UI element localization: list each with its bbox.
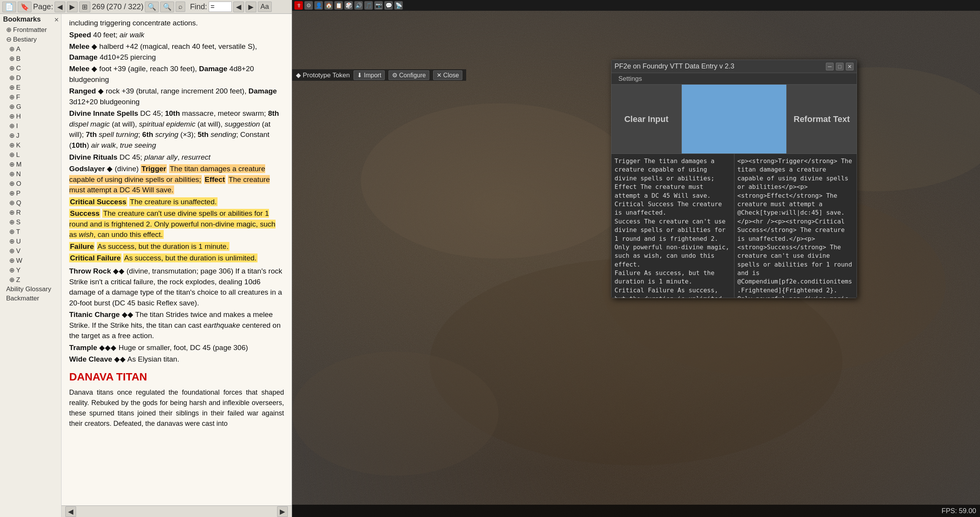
- next-page-btn[interactable]: ▶: [67, 2, 78, 12]
- window-controls: ─ □ ✕: [826, 63, 854, 70]
- sidebar-item-s[interactable]: ⊕S: [0, 217, 61, 227]
- left-text-panel[interactable]: Trigger The titan damages a creature cap…: [611, 154, 734, 298]
- expand-icon-m: ⊕: [9, 160, 15, 168]
- sidebar-item-ability-glossary[interactable]: Ability Glossary: [0, 285, 61, 294]
- zoom-out-btn[interactable]: 🔍: [160, 2, 174, 12]
- game-icon-3[interactable]: 👤: [314, 1, 323, 10]
- find-input[interactable]: [209, 2, 232, 12]
- melee1-line: Melee ◆ halberd +42 (magical, reach 40 f…: [69, 41, 284, 62]
- configure-btn[interactable]: ⚙ Configure: [389, 70, 429, 80]
- sidebar-item-frontmatter[interactable]: ⊕ Frontmatter: [0, 25, 61, 35]
- sidebar-item-m[interactable]: ⊕M: [0, 160, 61, 169]
- intro-line: including triggering concentrate actions…: [69, 18, 284, 28]
- sidebar-item-v[interactable]: ⊕V: [0, 246, 61, 256]
- case-btn[interactable]: Aa: [258, 2, 272, 12]
- search-btn[interactable]: ⌕: [176, 2, 185, 12]
- divine-innate-line: Divine Innate Spells DC 45; 10th massacr…: [69, 108, 284, 150]
- sidebar-item-i[interactable]: ⊕I: [0, 121, 61, 131]
- expand-icon-n: ⊕: [9, 170, 15, 178]
- sidebar-item-h[interactable]: ⊕H: [0, 112, 61, 121]
- expand-icon-d: ⊕: [9, 74, 15, 82]
- sidebar-item-g[interactable]: ⊕G: [0, 102, 61, 112]
- game-icon-11[interactable]: 📡: [394, 1, 403, 10]
- proto-close-btn[interactable]: ✕ Close: [433, 70, 462, 80]
- danava-text: Danava titans once regulated the foundat…: [69, 387, 284, 429]
- window-menu: Settings: [611, 73, 857, 85]
- find-next-btn[interactable]: ▶: [246, 2, 256, 12]
- bookmark-btn[interactable]: 🔖: [18, 2, 32, 12]
- fit-btn[interactable]: ⊞: [79, 2, 90, 12]
- page-current: 269: [92, 2, 105, 11]
- reformat-text-btn[interactable]: Reformat Text: [787, 85, 857, 153]
- page-right-btn[interactable]: ▶: [277, 506, 288, 517]
- sidebar-item-u[interactable]: ⊕U: [0, 237, 61, 246]
- close-btn[interactable]: ✕: [846, 63, 854, 70]
- sidebar-item-j[interactable]: ⊕J: [0, 131, 61, 140]
- prev-page-btn[interactable]: ◀: [55, 2, 65, 12]
- page-icon-btn[interactable]: 📄: [2, 2, 16, 12]
- expand-icon-p: ⊕: [9, 189, 15, 197]
- expand-icon-l: ⊕: [9, 151, 15, 159]
- sidebar-close-btn[interactable]: ×: [54, 15, 59, 24]
- game-icon-9[interactable]: 📷: [374, 1, 383, 10]
- expand-icon-o: ⊕: [9, 180, 15, 188]
- game-icon-8[interactable]: 🎵: [364, 1, 373, 10]
- melee2-line: Melee ◆ foot +39 (agile, reach 30 feet),…: [69, 63, 284, 85]
- svg-point-4: [292, 352, 498, 476]
- sidebar-item-q[interactable]: ⊕Q: [0, 198, 61, 208]
- sidebar-item-c[interactable]: ⊕C: [0, 63, 61, 73]
- sidebar-item-backmatter[interactable]: Backmatter: [0, 294, 61, 303]
- right-text-panel[interactable]: <p><strong>Trigger</strong> The titan da…: [734, 154, 857, 298]
- sidebar-item-bestiary[interactable]: ⊖ Bestiary: [0, 35, 61, 44]
- sidebar-item-f[interactable]: ⊕F: [0, 92, 61, 102]
- sidebar-item-r[interactable]: ⊕R: [0, 208, 61, 217]
- game-icon-1[interactable]: 🗡: [294, 1, 303, 10]
- game-icon-2[interactable]: ⚙: [304, 1, 313, 10]
- expand-icon-g: ⊕: [9, 103, 15, 111]
- clear-input-btn[interactable]: Clear Input: [611, 85, 682, 153]
- button-area: Clear Input Reformat Text: [611, 85, 857, 154]
- import-btn[interactable]: ⬇ Import: [354, 70, 385, 80]
- game-icon-5[interactable]: 📋: [334, 1, 343, 10]
- expand-icon-k: ⊕: [9, 141, 15, 149]
- page-label: Page:: [33, 2, 53, 11]
- expand-icon: ⊕: [6, 26, 12, 34]
- game-icon-7[interactable]: 🔊: [354, 1, 363, 10]
- textarea-area: Trigger The titan damages a creature cap…: [611, 154, 857, 298]
- sidebar-item-y[interactable]: ⊕Y: [0, 265, 61, 275]
- expand-icon-y: ⊕: [9, 266, 15, 274]
- critical-success-line: Critical Success The creature is unaffec…: [69, 197, 284, 207]
- game-icon-10[interactable]: 💬: [384, 1, 393, 10]
- game-icon-6[interactable]: 🎲: [344, 1, 353, 10]
- sidebar-item-l[interactable]: ⊕L: [0, 150, 61, 160]
- game-bottom-bar: FPS: 59.00: [292, 505, 980, 517]
- success-line: Success The creature can't use divine sp…: [69, 208, 284, 240]
- godslayer-line: Godslayer ◆ (divine) Trigger The titan d…: [69, 163, 284, 195]
- data-entry-window: PF2e on Foundry VTT Data Entry v 2.3 ─ □…: [611, 60, 857, 298]
- zoom-in-btn[interactable]: 🔍: [145, 2, 159, 12]
- minimize-btn[interactable]: ─: [826, 63, 834, 70]
- find-prev-btn[interactable]: ◀: [233, 2, 244, 12]
- window-body: Clear Input Reformat Text Trigger The ti…: [611, 85, 857, 298]
- expand-icon-s: ⊕: [9, 218, 15, 226]
- expand-icon-z: ⊕: [9, 276, 15, 284]
- sidebar-item-b[interactable]: ⊕B: [0, 54, 61, 63]
- game-topbar: 🗡 ⚙ 👤 🏠 📋 🎲 🔊 🎵 📷 💬 📡: [292, 0, 980, 11]
- restore-btn[interactable]: □: [836, 63, 844, 70]
- sidebar-item-p[interactable]: ⊕P: [0, 188, 61, 198]
- sidebar-item-n[interactable]: ⊕N: [0, 169, 61, 179]
- sidebar-item-z[interactable]: ⊕Z: [0, 275, 61, 285]
- expand-icon-c: ⊕: [9, 64, 15, 72]
- expand-icon-t: ⊕: [9, 228, 15, 236]
- menu-settings[interactable]: Settings: [615, 74, 646, 83]
- sidebar-item-d[interactable]: ⊕D: [0, 73, 61, 83]
- sidebar-item-t[interactable]: ⊕T: [0, 227, 61, 237]
- titanic-charge-line: Titanic Charge ◆◆ The titan Strides twic…: [69, 309, 284, 341]
- game-icon-4[interactable]: 🏠: [324, 1, 333, 10]
- sidebar-item-e[interactable]: ⊕E: [0, 83, 61, 92]
- sidebar-item-o[interactable]: ⊕O: [0, 179, 61, 188]
- sidebar-item-k[interactable]: ⊕K: [0, 140, 61, 150]
- sidebar-item-w[interactable]: ⊕W: [0, 256, 61, 265]
- page-left-btn[interactable]: ◀: [65, 506, 76, 517]
- sidebar-item-a[interactable]: ⊕A: [0, 44, 61, 54]
